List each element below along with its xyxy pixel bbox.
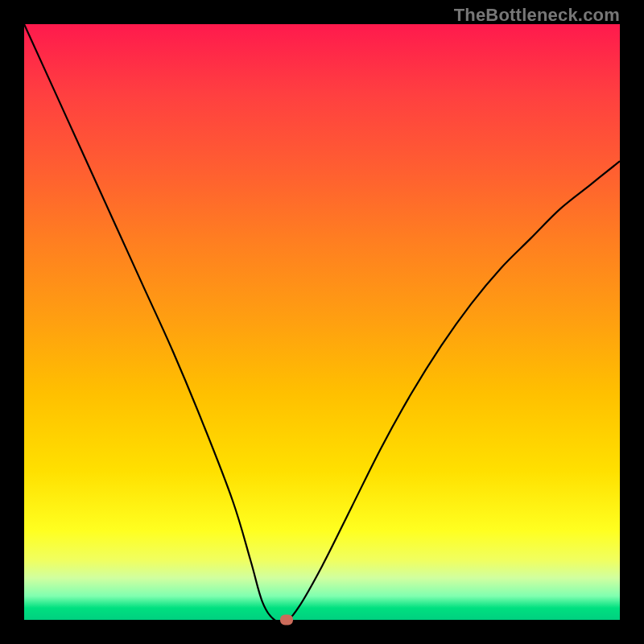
watermark-text: TheBottleneck.com [454, 5, 620, 26]
chart-frame: TheBottleneck.com [0, 0, 644, 644]
bottleneck-curve [24, 24, 620, 620]
optimum-marker [280, 615, 293, 625]
curve-svg [24, 24, 620, 620]
plot-area [24, 24, 620, 620]
